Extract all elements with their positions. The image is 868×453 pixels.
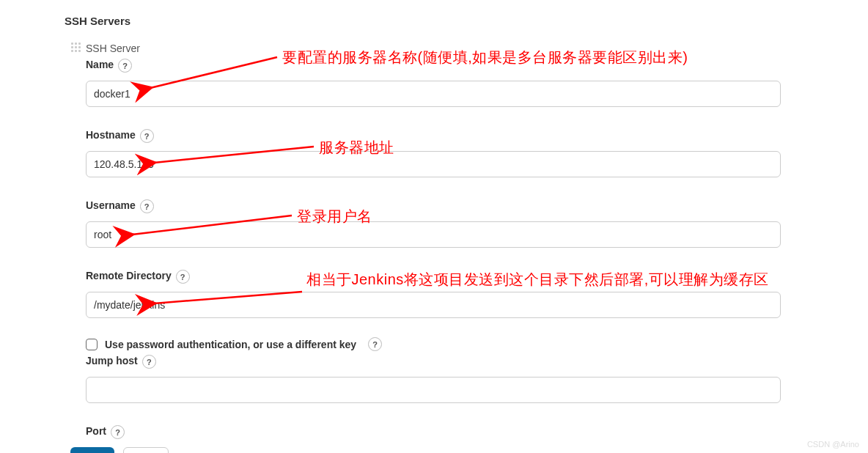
watermark: CSDN @Arino [807,440,859,449]
drag-handle-icon[interactable] [71,43,81,53]
hostname-input[interactable] [86,151,781,177]
name-label: Name? [86,59,132,73]
port-label: Port? [86,425,125,439]
page-root: SSH Servers SSH Server Name? Hostname? U… [0,0,868,453]
help-icon[interactable]: ? [111,425,125,439]
annotation-username: 登录用户名 [297,207,372,226]
hostname-label: Hostname? [86,129,154,143]
button-row [70,447,169,453]
remote-directory-label: Remote Directory? [86,270,190,284]
secondary-button[interactable] [123,447,169,453]
ssh-server-subtitle: SSH Server [86,43,140,54]
username-input[interactable] [86,221,781,248]
checkbox-icon[interactable] [86,339,98,350]
name-input[interactable] [86,81,781,107]
annotation-name: 要配置的服务器名称(随便填,如果是多台服务器要能区别出来) [282,48,688,67]
jump-host-input[interactable] [86,377,781,403]
use-password-auth-label: Use password authentication, or use a di… [105,339,356,350]
help-icon[interactable]: ? [368,337,382,351]
help-icon[interactable]: ? [176,270,190,284]
use-password-auth-row[interactable]: Use password authentication, or use a di… [86,337,382,351]
help-icon[interactable]: ? [140,129,154,143]
section-title: SSH Servers [65,15,130,27]
annotation-remote-dir: 相当于Jenkins将这项目发送到这个目录下然后部署,可以理解为缓存区 [306,270,790,289]
help-icon[interactable]: ? [118,59,132,73]
help-icon[interactable]: ? [142,355,156,369]
primary-button[interactable] [70,447,114,453]
remote-directory-input[interactable] [86,292,781,318]
username-label: Username? [86,199,154,213]
jump-host-label: Jump host? [86,355,156,369]
annotation-hostname: 服务器地址 [319,138,394,157]
help-icon[interactable]: ? [140,199,154,213]
